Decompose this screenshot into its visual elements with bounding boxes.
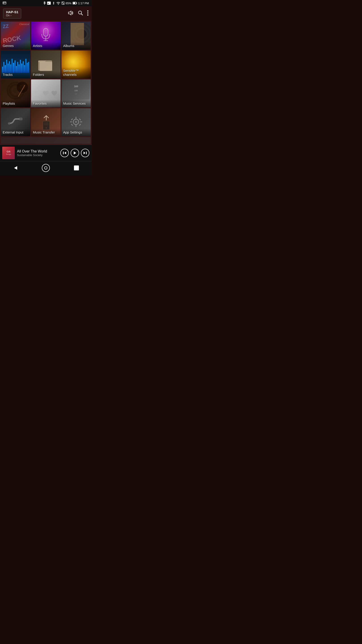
grid-item-external-input[interactable]: External Input [1,108,30,136]
svg-rect-47 [79,124,81,126]
track-artist: Sustainable Society [17,154,58,157]
home-button[interactable] [41,164,50,172]
track-info: All Over The World Sustainable Society [17,149,58,157]
grid-item-tracks[interactable]: Tracks [1,50,30,78]
music-transfer-label: Music Transfer [33,130,55,134]
stop-button[interactable] [72,164,81,172]
svg-text:N: N [48,2,49,4]
grid-item-music-services[interactable]: 160 108 Lo Music Services [61,80,91,107]
track-title: All Over The World [17,149,58,154]
data-transfer-icon [52,2,55,5]
play-button[interactable] [71,149,79,157]
svg-point-37 [45,127,47,128]
status-notification-icon [3,2,6,5]
music-services-label: Music Services [63,102,86,105]
svg-point-34 [8,122,10,124]
svg-rect-2 [3,3,4,3]
grid-item-favorites[interactable]: Favorites [31,80,60,107]
device-info[interactable]: HAP-S1 On › [3,8,21,18]
bluetooth-icon [43,1,46,5]
svg-rect-46 [79,118,81,120]
grid-item-artists[interactable]: Artists [31,22,60,50]
grid-item-genres[interactable]: ZZ Classical ROCK Genres [1,22,30,50]
svg-rect-44 [71,118,73,120]
album-art[interactable]: Gift Songs [2,147,15,159]
player-controls [60,149,89,157]
grid-item-sensme[interactable]: SensMe™ channels [61,50,91,78]
battery-icon [73,2,77,4]
time-display: 1:17 PM [78,2,89,5]
search-icon[interactable] [78,10,83,17]
svg-marker-16 [68,11,71,15]
folder-illustration [38,58,54,71]
battery-percent: 65% [66,2,71,5]
svg-rect-52 [86,152,87,154]
sim-icon [61,2,64,5]
heart-icon-2 [42,90,49,96]
grid-item-app-settings[interactable]: App Settings [61,108,91,136]
header-icons [68,10,88,17]
cable-illustration [8,116,23,129]
svg-rect-15 [73,2,75,4]
bottom-nav [0,161,92,176]
device-name: HAP-S1 [6,10,18,14]
albums-label: Albums [63,44,74,48]
back-button[interactable] [11,164,20,172]
genres-label: Genres [3,44,14,48]
folders-label: Folders [33,73,44,76]
svg-marker-53 [14,166,17,170]
nfc-icon: N [47,1,51,5]
app-settings-label: App Settings [63,130,82,134]
partial-grid-item [1,137,91,144]
svg-marker-51 [84,152,85,154]
svg-rect-41 [75,125,76,127]
wifi-icon [56,2,60,5]
grid-item-folders[interactable]: Folders [31,50,60,78]
external-input-label: External Input [3,130,23,134]
main-grid: ZZ Classical ROCK Genres Artists [0,21,92,137]
sensme-label: SensMe™ channels [63,69,79,76]
svg-rect-14 [76,3,77,4]
now-playing-bar: Gift Songs All Over The World Sustainabl… [0,145,92,161]
svg-point-17 [78,11,81,14]
artists-label: Artists [33,44,42,48]
tracks-label: Tracks [3,73,12,76]
playlists-label: Playlists [3,102,15,105]
svg-rect-40 [75,117,76,119]
device-status: On › [6,14,18,17]
heart-icon-1 [34,90,41,96]
svg-line-12 [62,2,64,4]
favorites-label: Favorites [33,102,47,105]
heart-icon-3 [51,90,58,96]
notification-icon [3,2,6,5]
svg-rect-32 [40,62,52,71]
status-bar: N 65% 1:17 PM [0,0,92,6]
svg-point-39 [75,121,77,123]
svg-marker-50 [74,152,76,154]
grid-item-playlists[interactable]: Playlists [1,80,30,107]
volume-icon[interactable] [68,10,74,17]
svg-rect-33 [19,118,22,120]
svg-point-10 [58,4,58,5]
microphone-illustration [39,27,52,44]
svg-rect-42 [70,122,72,122]
svg-point-19 [87,10,88,12]
svg-marker-48 [64,152,66,154]
svg-line-18 [81,14,83,15]
grid-item-albums[interactable]: Albums [61,22,91,50]
more-options-icon[interactable] [87,10,88,17]
next-button[interactable] [81,149,89,157]
svg-point-20 [87,12,88,14]
header: HAP-S1 On › [0,6,92,21]
grid-item-music-transfer[interactable]: Music Transfer [31,108,60,136]
svg-rect-36 [44,122,49,125]
svg-rect-45 [71,124,73,126]
status-icons: N 65% 1:17 PM [43,1,89,5]
prev-button[interactable] [60,149,69,157]
svg-point-21 [87,14,88,16]
settings-illustration [69,116,83,129]
svg-rect-49 [63,152,64,154]
svg-rect-43 [80,122,82,122]
transfer-illustration [38,114,53,130]
